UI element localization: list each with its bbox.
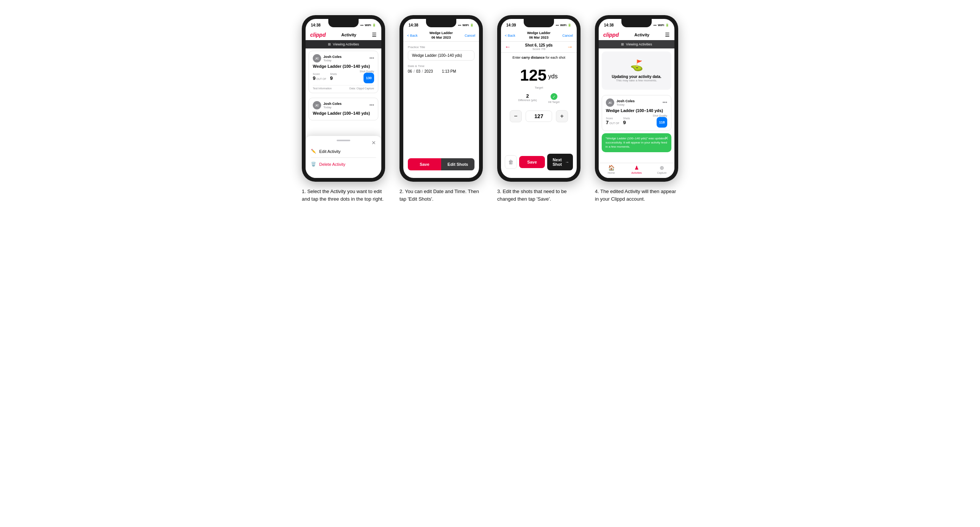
score-of-4: OUT OF [609,122,619,125]
difference-label-3: Difference (yds) [518,99,536,102]
shot-center-info: Shot 6, 125 yds Score 7/9 [525,43,553,51]
phones-row: 14:38 ▪▪▪ WiFi 🔋 clippd Activity ☰ ⊞ [300,15,680,203]
status-time-2: 14:38 [409,23,418,27]
save-button-2[interactable]: Save [408,158,441,170]
next-shot-arrow[interactable]: → [567,44,573,50]
hit-target-icon-3: ✓ [550,93,557,100]
distance-value-3: 125 [520,66,546,84]
battery-icon-2: 🔋 [470,24,474,27]
dots-menu-2[interactable]: ••• [369,103,374,108]
nav-home-4[interactable]: 🏠 Home [599,165,624,174]
filter-icon-1: ⊞ [328,43,331,46]
header-center-2: Wedge Ladder 06 Mar 2023 [430,31,453,40]
quality-label-4: Shot Quality [653,114,667,117]
footer-right-1: Data: Clippd Capture [350,87,374,90]
date-year-2[interactable]: 2023 [425,69,433,73]
sheet-close-1[interactable]: ✕ [371,140,376,146]
user-date-1: Today [323,59,367,62]
sep-2: / [422,69,423,73]
success-toast-4: "Wedge Ladder (100–140 yds)" was updated… [602,133,671,152]
dots-menu-4[interactable]: ••• [662,100,667,105]
cancel-btn-2[interactable]: Cancel [465,34,475,38]
capture-icon-4: ⊕ [660,165,664,171]
date-day-2[interactable]: 06 [408,69,412,73]
activity-card-4: JC Josh Coles Today ••• Wedge Ladder (10… [602,95,671,131]
shot-header-3: ← Shot 6, 125 yds Score 7/9 → [501,42,577,52]
nav-capture-label-4: Capture [657,171,667,174]
next-shot-button-3[interactable]: Next Shot → [547,154,573,170]
edit-activity-item[interactable]: ✏️ Edit Activity [311,145,376,157]
delete-shot-button-3[interactable]: 🗑 [505,155,517,169]
shots-stat-1: Shots 9 [330,73,337,81]
delete-activity-item[interactable]: 🗑️ Delete Activity [311,158,376,170]
bottom-nav-4: 🏠 Home ♟ Activities ⊕ Capture [599,163,675,178]
avatar-2: JC [313,101,321,110]
signal-icon-4: ▪▪▪ [654,24,657,27]
status-icons-2: ▪▪▪ WiFi 🔋 [458,24,474,27]
card-title-1: Wedge Ladder (100–140 yds) [313,64,374,68]
app-header-1: clippd Activity ☰ [305,30,381,40]
signal-icon-3: ▪▪▪ [556,24,559,27]
phone-3-notch [524,19,554,27]
save-shot-button-3[interactable]: Save [519,156,545,168]
shot-instruction-3: Enter carry distance for each shot [501,52,577,62]
phone-4-notch [621,19,652,27]
phone-2-inner: 14:38 ▪▪▪ WiFi 🔋 < Back Wedge Ladder 06 … [403,19,479,178]
score-value-1: 9 OUT OF [313,75,326,81]
header-title-4: Activity [634,33,649,37]
back-header-2: < Back Wedge Ladder 06 Mar 2023 Cancel [403,30,479,42]
practice-title-input-2[interactable] [408,50,474,60]
date-month-2[interactable]: 03 [416,69,420,73]
shot-distance-input-3[interactable] [526,111,552,122]
status-icons-1: ▪▪▪ WiFi 🔋 [361,24,376,27]
dots-menu-1[interactable]: ••• [369,56,374,61]
avatar-1: JC [313,54,321,62]
caption-1-block: 1. Select the Activity you want to edit … [302,188,385,203]
phone-4-block: 14:38 ▪▪▪ WiFi 🔋 clippd Activity ☰ ⊞ Vie… [593,15,680,203]
edit-shots-button-2[interactable]: Edit Shots [441,158,474,170]
hamburger-icon-1[interactable]: ☰ [372,32,377,38]
caption-2: 2. You can edit Date and Time. Then tap … [399,188,483,203]
date-row-2: 06 / 03 / 2023 1:13 PM [408,69,474,73]
form-section-2: Practice Title Date & Time 06 / 03 / 202… [403,42,479,178]
date-time-2[interactable]: 1:13 PM [442,69,456,73]
back-btn-3[interactable]: < Back [505,34,515,38]
quality-label-1: Shot Quality [360,70,374,73]
header-title-bottom-2: 06 Mar 2023 [430,36,453,40]
quality-stat-1: Shot Quality 130 [360,70,374,83]
shots-stat-4: Shots 9 [623,117,630,125]
increment-button-3[interactable]: + [556,110,568,122]
header-title-bottom-3: 06 Mar 2023 [527,36,550,40]
trash-icon-sheet: 🗑️ [311,162,316,167]
phone-1-frame: 14:38 ▪▪▪ WiFi 🔋 clippd Activity ☰ ⊞ [302,15,385,182]
cancel-btn-3[interactable]: Cancel [562,34,573,38]
card-title-2: Wedge Ladder (100–140 yds) [313,111,374,116]
header-title-1: Activity [341,33,356,37]
caption-2-block: 2. You can edit Date and Time. Then tap … [399,188,483,203]
nav-capture-4[interactable]: ⊕ Capture [649,165,675,174]
score-label-4: Score [606,117,619,120]
toast-close-4[interactable]: ✕ [665,135,668,141]
hamburger-icon-4[interactable]: ☰ [665,32,670,38]
battery-icon-1: 🔋 [372,24,376,27]
nav-activities-4[interactable]: ♟ Activities [624,165,649,174]
home-icon-4: 🏠 [608,165,614,171]
viewing-label-1: Viewing Activities [333,43,359,46]
battery-icon-4: 🔋 [665,24,669,27]
user-info-4: Josh Coles Today [616,99,660,106]
prev-shot-arrow[interactable]: ← [505,44,511,50]
decrement-button-3[interactable]: − [510,110,522,122]
phone-1-inner: 14:38 ▪▪▪ WiFi 🔋 clippd Activity ☰ ⊞ [305,19,381,178]
activity-card-2: JC Josh Coles Today ••• Wedge Ladder (10… [309,98,378,121]
signal-icon-2: ▪▪▪ [458,24,461,27]
app-header-4: clippd Activity ☰ [599,30,675,40]
back-btn-2[interactable]: < Back [407,34,418,38]
card-user-row-1: JC Josh Coles Today ••• [313,54,374,62]
form-buttons-2: Save Edit Shots [408,158,474,170]
avatar-4: JC [606,98,614,107]
edit-icon: ✏️ [311,149,316,154]
viewing-bar-4: ⊞ Viewing Activities [599,40,675,48]
caption-4: 4. The edited Activity will then appear … [595,188,678,203]
quality-stat-4: Shot Quality 118 [653,114,667,128]
score-label-1: Score [313,73,326,75]
